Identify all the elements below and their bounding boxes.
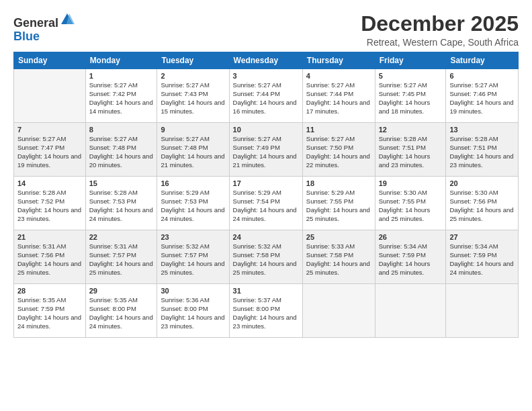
day-number: 9 <box>161 126 225 134</box>
day-info: Sunrise: 5:27 AMSunset: 7:44 PMDaylight:… <box>306 81 371 116</box>
day-number: 26 <box>379 233 443 241</box>
calendar-cell <box>14 69 86 123</box>
day-info: Sunrise: 5:33 AMSunset: 7:58 PMDaylight:… <box>306 242 371 277</box>
calendar-week-row: 21Sunrise: 5:31 AMSunset: 7:56 PMDayligh… <box>14 230 519 284</box>
calendar-cell: 7Sunrise: 5:27 AMSunset: 7:47 PMDaylight… <box>14 123 86 177</box>
day-number: 10 <box>233 126 299 134</box>
calendar-cell: 30Sunrise: 5:36 AMSunset: 8:00 PMDayligh… <box>157 284 229 338</box>
calendar-cell: 11Sunrise: 5:27 AMSunset: 7:50 PMDayligh… <box>302 123 375 177</box>
day-info: Sunrise: 5:32 AMSunset: 7:58 PMDaylight:… <box>233 242 299 277</box>
calendar-cell: 9Sunrise: 5:27 AMSunset: 7:48 PMDaylight… <box>157 123 229 177</box>
logo: General Blue <box>13 12 75 44</box>
weekday-header: Saturday <box>446 52 519 69</box>
day-info: Sunrise: 5:35 AMSunset: 7:59 PMDaylight:… <box>17 296 82 330</box>
day-number: 12 <box>379 126 443 134</box>
weekday-header: Wednesday <box>229 52 302 69</box>
calendar-cell: 8Sunrise: 5:27 AMSunset: 7:48 PMDaylight… <box>85 123 157 177</box>
calendar-week-row: 14Sunrise: 5:28 AMSunset: 7:52 PMDayligh… <box>14 177 519 230</box>
calendar-cell: 21Sunrise: 5:31 AMSunset: 7:56 PMDayligh… <box>14 230 86 284</box>
calendar-week-row: 1Sunrise: 5:27 AMSunset: 7:42 PMDaylight… <box>14 69 519 123</box>
day-info: Sunrise: 5:28 AMSunset: 7:51 PMDaylight:… <box>449 135 515 169</box>
day-info: Sunrise: 5:27 AMSunset: 7:43 PMDaylight:… <box>161 81 225 116</box>
calendar-cell: 6Sunrise: 5:27 AMSunset: 7:46 PMDaylight… <box>446 69 519 123</box>
day-info: Sunrise: 5:28 AMSunset: 7:53 PMDaylight:… <box>89 189 154 223</box>
weekday-header: Monday <box>85 52 157 69</box>
calendar-cell: 23Sunrise: 5:32 AMSunset: 7:57 PMDayligh… <box>157 230 229 284</box>
day-info: Sunrise: 5:28 AMSunset: 7:52 PMDaylight:… <box>17 189 82 223</box>
day-info: Sunrise: 5:30 AMSunset: 7:55 PMDaylight:… <box>379 189 443 223</box>
day-number: 6 <box>449 72 515 80</box>
logo-text: General <box>13 12 75 30</box>
day-info: Sunrise: 5:27 AMSunset: 7:44 PMDaylight:… <box>233 81 299 116</box>
page: General Blue December 2025 Retreat, West… <box>0 0 532 411</box>
calendar-cell: 10Sunrise: 5:27 AMSunset: 7:49 PMDayligh… <box>229 123 302 177</box>
day-number: 20 <box>449 179 515 187</box>
day-number: 1 <box>89 72 154 80</box>
day-number: 30 <box>161 287 225 295</box>
logo-icon <box>60 12 75 27</box>
day-number: 19 <box>379 179 443 187</box>
calendar-cell: 20Sunrise: 5:30 AMSunset: 7:56 PMDayligh… <box>446 177 519 230</box>
calendar-cell: 22Sunrise: 5:31 AMSunset: 7:57 PMDayligh… <box>85 230 157 284</box>
calendar-cell: 13Sunrise: 5:28 AMSunset: 7:51 PMDayligh… <box>446 123 519 177</box>
day-number: 28 <box>17 287 82 295</box>
calendar: SundayMondayTuesdayWednesdayThursdayFrid… <box>13 52 519 338</box>
calendar-header-row: SundayMondayTuesdayWednesdayThursdayFrid… <box>14 52 519 69</box>
weekday-header: Sunday <box>14 52 86 69</box>
day-number: 2 <box>161 72 225 80</box>
calendar-cell: 24Sunrise: 5:32 AMSunset: 7:58 PMDayligh… <box>229 230 302 284</box>
day-number: 22 <box>89 233 154 241</box>
day-number: 8 <box>89 126 154 134</box>
day-info: Sunrise: 5:29 AMSunset: 7:54 PMDaylight:… <box>233 189 299 223</box>
day-number: 4 <box>306 72 371 80</box>
day-number: 17 <box>233 179 299 187</box>
month-title: December 2025 <box>361 12 519 36</box>
day-info: Sunrise: 5:31 AMSunset: 7:56 PMDaylight:… <box>17 242 82 277</box>
day-number: 23 <box>161 233 225 241</box>
logo-blue: Blue <box>13 30 75 44</box>
day-number: 16 <box>161 179 225 187</box>
calendar-cell <box>302 284 375 338</box>
day-number: 13 <box>449 126 515 134</box>
day-info: Sunrise: 5:34 AMSunset: 7:59 PMDaylight:… <box>379 242 443 277</box>
day-info: Sunrise: 5:27 AMSunset: 7:50 PMDaylight:… <box>306 135 371 169</box>
day-number: 29 <box>89 287 154 295</box>
day-number: 11 <box>306 126 371 134</box>
calendar-cell: 1Sunrise: 5:27 AMSunset: 7:42 PMDaylight… <box>85 69 157 123</box>
calendar-cell: 4Sunrise: 5:27 AMSunset: 7:44 PMDaylight… <box>302 69 375 123</box>
day-info: Sunrise: 5:30 AMSunset: 7:56 PMDaylight:… <box>449 189 515 223</box>
calendar-cell: 27Sunrise: 5:34 AMSunset: 7:59 PMDayligh… <box>446 230 519 284</box>
day-info: Sunrise: 5:34 AMSunset: 7:59 PMDaylight:… <box>449 242 515 277</box>
calendar-cell: 18Sunrise: 5:29 AMSunset: 7:55 PMDayligh… <box>302 177 375 230</box>
day-info: Sunrise: 5:35 AMSunset: 8:00 PMDaylight:… <box>89 296 154 330</box>
day-number: 25 <box>306 233 371 241</box>
day-info: Sunrise: 5:29 AMSunset: 7:55 PMDaylight:… <box>306 189 371 223</box>
weekday-header: Thursday <box>302 52 375 69</box>
day-info: Sunrise: 5:27 AMSunset: 7:48 PMDaylight:… <box>161 135 225 169</box>
calendar-cell: 25Sunrise: 5:33 AMSunset: 7:58 PMDayligh… <box>302 230 375 284</box>
day-info: Sunrise: 5:31 AMSunset: 7:57 PMDaylight:… <box>89 242 154 277</box>
calendar-week-row: 28Sunrise: 5:35 AMSunset: 7:59 PMDayligh… <box>14 284 519 338</box>
day-number: 27 <box>449 233 515 241</box>
logo-general: General <box>13 16 58 30</box>
day-number: 31 <box>233 287 299 295</box>
day-number: 15 <box>89 179 154 187</box>
weekday-header: Friday <box>375 52 446 69</box>
calendar-week-row: 7Sunrise: 5:27 AMSunset: 7:47 PMDaylight… <box>14 123 519 177</box>
day-info: Sunrise: 5:27 AMSunset: 7:49 PMDaylight:… <box>233 135 299 169</box>
day-number: 21 <box>17 233 82 241</box>
header: General Blue December 2025 Retreat, West… <box>13 12 519 48</box>
calendar-cell: 5Sunrise: 5:27 AMSunset: 7:45 PMDaylight… <box>375 69 446 123</box>
title-block: December 2025 Retreat, Western Cape, Sou… <box>361 12 519 48</box>
calendar-cell: 16Sunrise: 5:29 AMSunset: 7:53 PMDayligh… <box>157 177 229 230</box>
weekday-header: Tuesday <box>157 52 229 69</box>
day-number: 14 <box>17 179 82 187</box>
calendar-cell <box>375 284 446 338</box>
day-info: Sunrise: 5:37 AMSunset: 8:00 PMDaylight:… <box>233 296 299 330</box>
day-info: Sunrise: 5:28 AMSunset: 7:51 PMDaylight:… <box>379 135 443 169</box>
day-number: 24 <box>233 233 299 241</box>
calendar-cell: 14Sunrise: 5:28 AMSunset: 7:52 PMDayligh… <box>14 177 86 230</box>
calendar-cell: 29Sunrise: 5:35 AMSunset: 8:00 PMDayligh… <box>85 284 157 338</box>
day-info: Sunrise: 5:32 AMSunset: 7:57 PMDaylight:… <box>161 242 225 277</box>
calendar-cell: 3Sunrise: 5:27 AMSunset: 7:44 PMDaylight… <box>229 69 302 123</box>
